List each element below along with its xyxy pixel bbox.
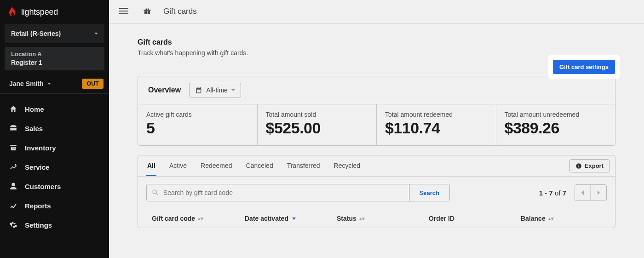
page-subtitle: Track what's happening with gift cards. <box>138 49 248 57</box>
nav-item-inventory[interactable]: Inventory <box>0 138 109 157</box>
home-icon <box>9 105 17 113</box>
tab-redeemed[interactable]: Redeemed <box>200 155 233 176</box>
metric-label: Total amount sold <box>266 111 368 118</box>
lightspeed-flame-icon <box>7 6 17 17</box>
search-input[interactable] <box>147 184 409 201</box>
calendar-icon <box>195 86 202 94</box>
sidebar: lightspeed Retail (R-Series) Location A … <box>0 0 109 258</box>
tabs: All Active Redeemed Canceled Transferred… <box>146 155 361 176</box>
topbar: Gift cards <box>109 0 644 23</box>
metric-value: 5 <box>146 119 249 137</box>
nav-item-home[interactable]: Home <box>0 99 109 119</box>
gear-icon <box>9 221 17 229</box>
clock-out-badge[interactable]: OUT <box>82 79 104 89</box>
chevron-left-icon <box>581 190 585 195</box>
tab-active[interactable]: Active <box>168 155 188 176</box>
metric-total-redeemed: Total amount redeemed $110.74 <box>377 104 496 145</box>
search-row: Search 1 - 7 of 7 <box>138 177 615 209</box>
pager-next[interactable] <box>591 185 606 201</box>
th-order-id[interactable]: Order ID <box>429 215 521 222</box>
metric-value: $525.00 <box>266 119 368 137</box>
overview-header: Overview All-time <box>138 76 615 104</box>
register-name: Register 1 <box>11 58 98 67</box>
brand-name: lightspeed <box>21 7 58 17</box>
page-header: Gift cards Track what's happening with g… <box>138 38 615 57</box>
tab-canceled[interactable]: Canceled <box>245 155 274 176</box>
gift-icon <box>143 7 151 16</box>
location-name: Location A <box>11 51 98 58</box>
page-body: Gift cards Track what's happening with g… <box>109 23 644 228</box>
th-date-activated[interactable]: Date activated <box>245 215 337 222</box>
metric-total-sold: Total amount sold $525.00 <box>258 104 377 145</box>
tab-recycled[interactable]: Recycled <box>333 155 362 176</box>
metric-total-unredeemed: Total amount unredeemed $389.26 <box>496 104 615 145</box>
pagination: 1 - 7 of 7 <box>539 184 607 201</box>
nav-label: Inventory <box>25 144 56 152</box>
pager-text: 1 - 7 of 7 <box>539 189 566 197</box>
tabs-row: All Active Redeemed Canceled Transferred… <box>138 155 615 177</box>
overview-card: Overview All-time Active gift cards 5 To… <box>138 76 615 146</box>
pager-prev[interactable] <box>575 185 591 201</box>
gift-card-list-card: All Active Redeemed Canceled Transferred… <box>138 155 615 228</box>
export-button[interactable]: Export <box>569 159 610 172</box>
sales-icon <box>9 124 17 132</box>
th-status[interactable]: Status ▴▾ <box>337 215 429 222</box>
pager-buttons <box>575 184 607 201</box>
chevron-down-icon <box>94 33 98 34</box>
page-header-text: Gift cards Track what's happening with g… <box>138 38 248 57</box>
user-name: Jane Smith <box>9 80 44 87</box>
sort-icon: ▴▾ <box>548 217 554 220</box>
metric-active-cards: Active gift cards 5 <box>138 104 258 145</box>
main: Gift cards Gift cards Track what's happe… <box>109 0 644 258</box>
sort-icon: ▴▾ <box>198 217 203 220</box>
page-title: Gift cards <box>138 38 248 46</box>
nav-label: Reports <box>25 202 51 210</box>
chevron-right-icon <box>596 190 601 195</box>
series-name: Retail (R-Series) <box>11 30 61 37</box>
nav-list: Home Sales Inventory Service Customers R… <box>0 94 109 235</box>
date-range-label: All-time <box>206 86 228 94</box>
nav-label: Sales <box>25 125 43 132</box>
inventory-icon <box>9 143 17 152</box>
metric-value: $110.74 <box>385 119 488 137</box>
reports-icon <box>9 201 17 210</box>
nav-item-customers[interactable]: Customers <box>0 177 109 196</box>
topbar-title: Gift cards <box>163 7 197 16</box>
service-icon <box>9 163 17 171</box>
nav-item-settings[interactable]: Settings <box>0 215 109 235</box>
user-row: Jane Smith OUT <box>0 74 109 94</box>
search-group: Search <box>146 184 450 201</box>
customers-icon <box>9 182 17 190</box>
menu-toggle[interactable] <box>119 8 128 15</box>
table-headers: Gift card code ▴▾ Date activated Status … <box>138 209 615 228</box>
search-button[interactable]: Search <box>409 184 449 201</box>
user-menu[interactable]: Jane Smith <box>9 80 51 87</box>
gift-card-settings-button[interactable]: Gift card settings <box>553 60 615 74</box>
nav-item-sales[interactable]: Sales <box>0 119 109 138</box>
nav-label: Home <box>25 105 44 113</box>
sort-down-active-icon <box>291 216 297 221</box>
nav-label: Settings <box>25 221 52 229</box>
th-gift-card-code[interactable]: Gift card code ▴▾ <box>152 215 245 222</box>
nav-label: Service <box>25 163 49 171</box>
metric-label: Total amount redeemed <box>385 111 488 118</box>
tab-transferred[interactable]: Transferred <box>286 155 321 176</box>
th-balance[interactable]: Balance ▴▾ <box>521 215 601 222</box>
metrics-row: Active gift cards 5 Total amount sold $5… <box>138 104 615 145</box>
metric-label: Active gift cards <box>146 111 249 118</box>
nav-label: Customers <box>25 183 61 190</box>
export-label: Export <box>585 162 604 169</box>
metric-value: $389.26 <box>505 119 607 137</box>
series-dropdown[interactable]: Retail (R-Series) <box>5 24 104 43</box>
tab-all[interactable]: All <box>146 155 156 176</box>
date-range-dropdown[interactable]: All-time <box>189 83 241 97</box>
settings-highlight: Gift card settings <box>548 55 620 79</box>
nav-item-reports[interactable]: Reports <box>0 196 109 215</box>
metric-label: Total amount unredeemed <box>505 111 607 118</box>
location-block[interactable]: Location A Register 1 <box>5 47 104 70</box>
logo: lightspeed <box>0 0 109 23</box>
nav-item-service[interactable]: Service <box>0 157 109 177</box>
overview-label: Overview <box>148 86 181 94</box>
chevron-down-icon <box>47 83 51 85</box>
chevron-down-icon <box>231 89 235 91</box>
